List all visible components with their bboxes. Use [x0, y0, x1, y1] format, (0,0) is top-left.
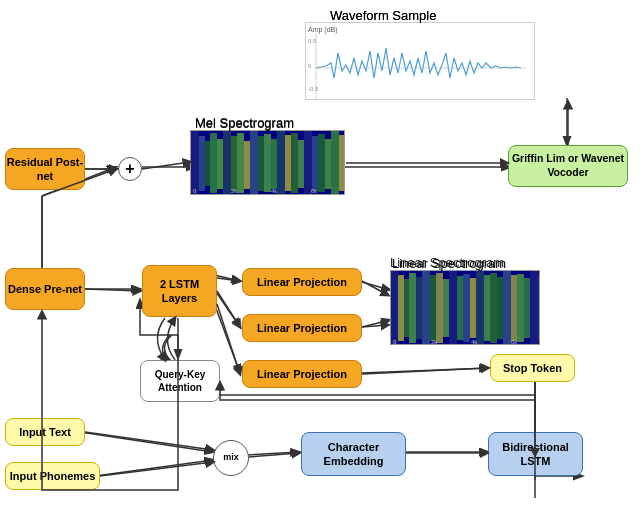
- svg-line-18: [247, 452, 299, 455]
- svg-rect-80: [497, 277, 503, 339]
- svg-rect-39: [210, 133, 217, 193]
- svg-text:4k: 4k: [271, 188, 278, 194]
- input-text-box: Input Text: [5, 418, 85, 446]
- svg-rect-67: [409, 273, 416, 343]
- svg-rect-75: [463, 274, 470, 342]
- linear-spectrogram-display: 0 2k 4k 6k: [390, 270, 540, 345]
- svg-rect-56: [325, 139, 331, 189]
- svg-line-10: [362, 368, 488, 373]
- svg-line-17: [95, 460, 213, 476]
- svg-rect-86: [538, 274, 540, 342]
- svg-rect-58: [339, 135, 345, 191]
- svg-line-100: [362, 281, 388, 295]
- residual-postnet-box: Residual Post-net: [5, 148, 85, 190]
- svg-rect-81: [503, 271, 511, 345]
- svg-rect-78: [484, 275, 490, 341]
- svg-rect-65: [398, 275, 404, 341]
- svg-text:6k: 6k: [511, 339, 518, 345]
- bidirectional-lstm-box: Bidirectional LSTM: [488, 432, 583, 476]
- linear-proj-2-box: Linear Projection: [242, 314, 362, 342]
- plus-circle: +: [118, 157, 142, 181]
- linear-spec-label: Linear Spectrogram: [392, 256, 506, 271]
- svg-rect-51: [291, 133, 298, 193]
- svg-rect-54: [312, 136, 318, 191]
- mel-spec-label: Mel Spectrogram: [195, 116, 294, 131]
- mix-circle: mix: [213, 440, 249, 476]
- svg-rect-38: [205, 141, 210, 186]
- svg-text:2k: 2k: [231, 188, 238, 194]
- waveform-display: Amp (dB) Audio (Ms) 0.5 0 -0.5 0 50000 1…: [305, 22, 535, 100]
- svg-rect-76: [470, 278, 476, 338]
- svg-rect-64: [391, 271, 398, 345]
- svg-text:0.5: 0.5: [308, 38, 317, 44]
- svg-rect-47: [264, 134, 271, 192]
- linear-proj-3-box: Linear Projection: [242, 360, 362, 388]
- svg-line-96: [85, 289, 140, 291]
- svg-rect-68: [416, 277, 422, 339]
- char-embedding-box: Character Embedding: [301, 432, 406, 476]
- svg-line-97: [217, 278, 240, 281]
- stop-token-box: Stop Token: [490, 354, 575, 382]
- svg-text:-0.5: -0.5: [308, 86, 319, 92]
- svg-line-95: [142, 162, 190, 169]
- svg-rect-83: [517, 274, 524, 342]
- svg-rect-43: [237, 133, 244, 193]
- svg-rect-45: [250, 131, 258, 195]
- svg-line-106: [249, 453, 299, 457]
- svg-line-104: [85, 432, 213, 450]
- svg-line-99: [217, 304, 240, 374]
- svg-rect-74: [457, 276, 463, 340]
- svg-line-5: [214, 275, 240, 281]
- svg-line-8: [362, 282, 390, 290]
- svg-rect-37: [199, 136, 205, 191]
- svg-line-101: [362, 325, 388, 327]
- svg-rect-46: [258, 136, 264, 191]
- input-phonemes-box: Input Phonemes: [5, 462, 100, 490]
- svg-rect-36: [191, 131, 199, 195]
- svg-rect-84: [524, 278, 530, 338]
- svg-rect-71: [436, 273, 443, 343]
- svg-rect-42: [231, 136, 237, 191]
- svg-rect-66: [404, 279, 409, 337]
- svg-rect-44: [244, 141, 250, 189]
- svg-line-6: [214, 289, 240, 327]
- waveform-label: Waveform Sample: [330, 8, 436, 23]
- linear-proj-1-box: Linear Projection: [242, 268, 362, 296]
- griffin-lim-box: Griffin Lim or Wavenet Vocoder: [508, 145, 628, 187]
- svg-text:2k: 2k: [431, 339, 438, 345]
- svg-rect-70: [430, 275, 436, 341]
- svg-rect-48: [271, 139, 277, 189]
- query-key-attn-box: Query-Key Attention: [140, 360, 220, 402]
- svg-line-9: [362, 320, 390, 327]
- svg-line-16: [80, 432, 213, 452]
- svg-rect-49: [277, 131, 285, 195]
- svg-rect-52: [298, 140, 304, 188]
- svg-rect-41: [223, 131, 231, 195]
- svg-line-98: [217, 291, 240, 327]
- svg-rect-40: [217, 139, 223, 189]
- svg-text:4k: 4k: [471, 339, 478, 345]
- svg-line-105: [100, 462, 213, 476]
- mel-spectrogram-display: 0 2k 4k 6k: [190, 130, 345, 195]
- svg-rect-77: [476, 271, 484, 345]
- svg-text:Amp (dB): Amp (dB): [308, 26, 338, 34]
- svg-line-102: [362, 368, 488, 374]
- svg-rect-73: [449, 271, 457, 345]
- svg-rect-53: [304, 131, 312, 195]
- svg-rect-72: [443, 279, 449, 337]
- svg-rect-69: [422, 271, 430, 345]
- svg-rect-85: [530, 271, 538, 345]
- svg-rect-50: [285, 135, 291, 191]
- svg-rect-57: [331, 131, 339, 195]
- lstm-layers-box: 2 LSTM Layers: [142, 265, 217, 317]
- svg-rect-82: [511, 275, 517, 341]
- svg-text:0: 0: [308, 63, 312, 69]
- svg-rect-79: [490, 273, 497, 343]
- diagram: Waveform Sample Amp (dB) Audio (Ms) 0.5 …: [0, 0, 640, 509]
- dense-prenet-box: Dense Pre-net: [5, 268, 85, 310]
- svg-text:6k: 6k: [311, 188, 318, 194]
- svg-rect-55: [318, 134, 325, 192]
